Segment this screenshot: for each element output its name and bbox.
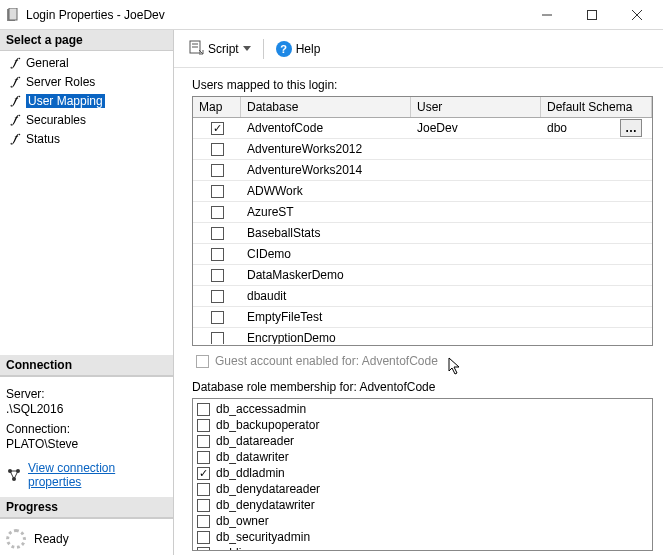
grid-body[interactable]: AdventofCodeJoeDevdbo…AdventureWorks2012… bbox=[193, 118, 652, 344]
server-value: .\SQL2016 bbox=[6, 402, 167, 416]
role-label: db_denydatawriter bbox=[216, 498, 315, 512]
page-item-label: Server Roles bbox=[26, 75, 95, 89]
guest-account-checkbox bbox=[196, 355, 209, 368]
map-checkbox[interactable] bbox=[211, 206, 224, 219]
connection-value: PLATO\Steve bbox=[6, 437, 167, 451]
role-label: db_denydatareader bbox=[216, 482, 320, 496]
table-row[interactable]: BaseballStats bbox=[193, 223, 652, 244]
grid-header: Map Database User Default Schema bbox=[193, 97, 652, 118]
mapping-caption: Users mapped to this login: bbox=[192, 78, 653, 92]
connection-label: Connection: bbox=[6, 422, 167, 436]
title-bar: Login Properties - JoeDev bbox=[0, 0, 663, 30]
cell-database: AzureST bbox=[241, 205, 411, 219]
window-title: Login Properties - JoeDev bbox=[26, 8, 524, 22]
cell-database: dbaudit bbox=[241, 289, 411, 303]
table-row[interactable]: AzureST bbox=[193, 202, 652, 223]
role-item[interactable]: db_datareader bbox=[197, 433, 648, 449]
role-checkbox[interactable] bbox=[197, 499, 210, 512]
svg-line-9 bbox=[10, 471, 14, 479]
minimize-button[interactable] bbox=[524, 1, 569, 29]
page-item-status[interactable]: 𝒇Status bbox=[0, 129, 173, 148]
app-icon bbox=[4, 7, 20, 23]
role-checkbox[interactable] bbox=[197, 515, 210, 528]
role-item[interactable]: db_owner bbox=[197, 513, 648, 529]
page-item-user-mapping[interactable]: 𝒇User Mapping bbox=[0, 91, 173, 110]
roles-list[interactable]: db_accessadmindb_backupoperatordb_datare… bbox=[192, 398, 653, 551]
help-button[interactable]: ? Help bbox=[272, 38, 325, 60]
guest-account-row: Guest account enabled for: AdventofCode bbox=[192, 352, 653, 378]
map-checkbox[interactable] bbox=[211, 227, 224, 240]
close-button[interactable] bbox=[614, 1, 659, 29]
maximize-button[interactable] bbox=[569, 1, 614, 29]
role-checkbox[interactable] bbox=[197, 419, 210, 432]
schema-browse-button[interactable]: … bbox=[620, 119, 642, 137]
map-checkbox[interactable] bbox=[211, 248, 224, 261]
role-item[interactable]: db_datawriter bbox=[197, 449, 648, 465]
table-row[interactable]: AdventureWorks2014 bbox=[193, 160, 652, 181]
page-item-label: Securables bbox=[26, 113, 86, 127]
map-checkbox[interactable] bbox=[211, 185, 224, 198]
page-item-server-roles[interactable]: 𝒇Server Roles bbox=[0, 72, 173, 91]
page-item-label: User Mapping bbox=[26, 94, 105, 108]
col-map[interactable]: Map bbox=[193, 97, 241, 117]
cell-database: AdventureWorks2014 bbox=[241, 163, 411, 177]
role-checkbox[interactable] bbox=[197, 403, 210, 416]
server-label: Server: bbox=[6, 387, 167, 401]
role-checkbox[interactable] bbox=[197, 435, 210, 448]
view-connection-properties-link[interactable]: View connection properties bbox=[28, 461, 167, 489]
map-checkbox[interactable] bbox=[211, 311, 224, 324]
toolbar: Script ? Help bbox=[174, 30, 663, 68]
role-label: db_datawriter bbox=[216, 450, 289, 464]
script-button[interactable]: Script bbox=[184, 36, 255, 61]
page-glyph-icon: 𝒇 bbox=[8, 74, 22, 89]
col-default-schema[interactable]: Default Schema bbox=[541, 97, 652, 117]
role-checkbox[interactable] bbox=[197, 467, 210, 480]
col-database[interactable]: Database bbox=[241, 97, 411, 117]
role-checkbox[interactable] bbox=[197, 531, 210, 544]
role-label: db_securityadmin bbox=[216, 530, 310, 544]
cell-database: BaseballStats bbox=[241, 226, 411, 240]
table-row[interactable]: AdventofCodeJoeDevdbo… bbox=[193, 118, 652, 139]
role-checkbox[interactable] bbox=[197, 451, 210, 464]
cell-database: AdventureWorks2012 bbox=[241, 142, 411, 156]
role-item[interactable]: public bbox=[197, 545, 648, 551]
page-item-securables[interactable]: 𝒇Securables bbox=[0, 110, 173, 129]
page-glyph-icon: 𝒇 bbox=[8, 112, 22, 127]
cell-database: AdventofCode bbox=[241, 121, 411, 135]
role-item[interactable]: db_denydatawriter bbox=[197, 497, 648, 513]
map-checkbox[interactable] bbox=[211, 290, 224, 303]
role-checkbox[interactable] bbox=[197, 483, 210, 496]
table-row[interactable]: ADWWork bbox=[193, 181, 652, 202]
map-checkbox[interactable] bbox=[211, 332, 224, 345]
role-item[interactable]: db_accessadmin bbox=[197, 401, 648, 417]
cell-database: CIDemo bbox=[241, 247, 411, 261]
chevron-down-icon bbox=[243, 46, 251, 51]
page-item-general[interactable]: 𝒇General bbox=[0, 53, 173, 72]
table-row[interactable]: AdventureWorks2012 bbox=[193, 139, 652, 160]
toolbar-separator bbox=[263, 39, 264, 59]
table-row[interactable]: CIDemo bbox=[193, 244, 652, 265]
roles-caption: Database role membership for: AdventofCo… bbox=[192, 380, 653, 394]
map-checkbox[interactable] bbox=[211, 122, 224, 135]
content-area: Users mapped to this login: Map Database… bbox=[174, 68, 663, 555]
map-checkbox[interactable] bbox=[211, 269, 224, 282]
table-row[interactable]: dbaudit bbox=[193, 286, 652, 307]
role-item[interactable]: db_backupoperator bbox=[197, 417, 648, 433]
role-item[interactable]: db_securityadmin bbox=[197, 529, 648, 545]
role-item[interactable]: db_ddladmin bbox=[197, 465, 648, 481]
table-row[interactable]: EmptyFileTest bbox=[193, 307, 652, 328]
progress-heading: Progress bbox=[0, 497, 173, 518]
cell-database: EncryptionDemo bbox=[241, 331, 411, 344]
col-user[interactable]: User bbox=[411, 97, 541, 117]
role-label: db_backupoperator bbox=[216, 418, 319, 432]
help-icon: ? bbox=[276, 41, 292, 57]
role-item[interactable]: db_denydatareader bbox=[197, 481, 648, 497]
script-label: Script bbox=[208, 42, 239, 56]
map-checkbox[interactable] bbox=[211, 164, 224, 177]
role-label: db_datareader bbox=[216, 434, 294, 448]
svg-line-10 bbox=[14, 471, 18, 479]
table-row[interactable]: EncryptionDemo bbox=[193, 328, 652, 344]
map-checkbox[interactable] bbox=[211, 143, 224, 156]
table-row[interactable]: DataMaskerDemo bbox=[193, 265, 652, 286]
role-checkbox[interactable] bbox=[197, 547, 210, 552]
